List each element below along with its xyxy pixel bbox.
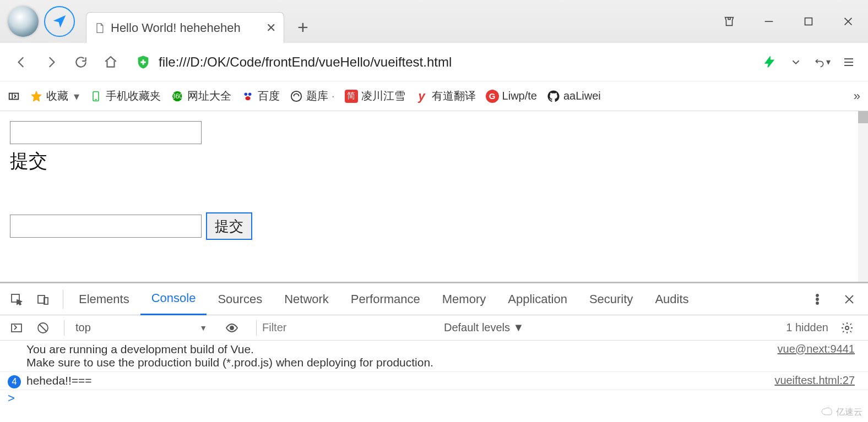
hidden-messages-label[interactable]: 1 hidden [786,321,828,334]
tab-elements[interactable]: Elements [68,283,140,315]
console-message-text: You are running a development build of V… [26,343,778,369]
home-button[interactable] [98,50,123,75]
svg-point-18 [291,91,301,101]
favorites-bookmark[interactable]: 收藏▾ [30,89,79,103]
dropdown-triangle-icon: ▼ [199,324,207,332]
devtools-panel: Elements Console Sources Network Perform… [0,282,868,407]
tab-sources[interactable]: Sources [207,283,273,315]
close-tab-icon[interactable]: ✕ [266,21,276,35]
console-prompt[interactable]: > [0,390,868,407]
menu-icon[interactable] [840,54,857,70]
liwp-bookmark[interactable]: GLiwp/te [486,90,537,103]
devtools-close-icon[interactable] [838,288,860,310]
youdao-bookmark[interactable]: y有道翻译 [415,89,476,103]
svg-point-24 [816,302,818,304]
bookmark-label: 手机收藏夹 [106,89,161,103]
device-toggle-icon[interactable] [32,288,54,310]
execution-context-selector[interactable]: top ▼ [70,321,213,334]
console-settings-icon[interactable] [836,317,858,339]
tiku-bookmark[interactable]: 题库· [290,89,335,103]
bookmark-overflow-icon[interactable]: » [854,89,860,103]
svg-point-31 [845,326,849,330]
page-viewport: 提交 提交 [0,111,868,282]
tab-application[interactable]: Application [497,283,578,315]
wangzhi-bookmark[interactable]: 360网址大全 [171,89,231,103]
svg-point-23 [816,298,818,300]
clear-console-icon[interactable] [32,317,54,339]
svg-line-29 [40,325,46,331]
svg-rect-1 [805,18,812,25]
svg-point-30 [230,326,234,330]
text-input-2[interactable] [10,215,202,238]
lingchuan-bookmark[interactable]: 简凌川江雪 [345,89,405,103]
forward-button[interactable] [39,50,64,75]
console-filter-input[interactable] [262,321,438,334]
svg-point-16 [248,92,252,96]
sidebar-toggle-icon[interactable] [8,90,20,102]
console-message[interactable]: You are running a development build of V… [0,341,868,372]
mobile-bookmark[interactable]: 手机收藏夹 [89,89,161,103]
submit-label: 提交 [10,149,858,174]
console-output: You are running a development build of V… [0,341,868,407]
bookmark-label: aaLiwei [563,90,601,102]
inspect-element-icon[interactable] [6,288,28,310]
address-bar: file:///D:/OK/Code/frontEnd/vueHello/vue… [0,43,868,81]
console-message-source[interactable]: vueiftest.html:27 [774,374,855,387]
console-sidebar-toggle-icon[interactable] [6,317,28,339]
security-shield-icon [135,54,151,70]
url-text: file:///D:/OK/Code/frontEnd/vueHello/vue… [159,54,751,70]
profile-avatar[interactable] [8,6,39,37]
tab-memory[interactable]: Memory [431,283,497,315]
tab-audits[interactable]: Audits [644,283,699,315]
url-field[interactable]: file:///D:/OK/Code/frontEnd/vueHello/vue… [135,49,751,75]
window-controls [709,0,868,43]
file-icon [94,23,105,34]
context-label: top [75,321,91,334]
separator [63,290,63,309]
log-levels-selector[interactable]: Default levels ▼ [444,321,524,334]
devtools-menu-icon[interactable] [806,288,828,310]
aaliwei-bookmark[interactable]: aaLiwei [547,90,601,103]
reload-button[interactable] [68,50,94,75]
scrollbar-thumb[interactable] [858,111,868,123]
maximize-button[interactable] [789,8,828,35]
new-tab-button[interactable]: + [287,12,318,42]
wardrobe-icon[interactable] [709,8,749,35]
console-message[interactable]: heheda!!=== vueiftest.html:27 [0,372,868,390]
text-input-1[interactable] [10,121,202,144]
tab-security[interactable]: Security [578,283,644,315]
svg-point-15 [245,92,248,96]
minimize-button[interactable] [749,8,789,35]
flash-icon[interactable] [761,54,778,70]
tab-console[interactable]: Console [140,283,207,315]
baidu-bookmark[interactable]: 百度 [241,89,280,103]
close-window-button[interactable] [828,8,868,35]
address-right-controls: ▾ [761,54,861,70]
tab-performance[interactable]: Performance [340,283,431,315]
bookmark-label: 凌川江雪 [361,89,405,103]
bookmark-label: 题库 [306,89,328,103]
bookmark-label: 百度 [258,89,280,103]
console-toolbar: top ▼ Default levels ▼ 1 hidden [0,315,868,341]
bookmark-label: 网址大全 [187,89,231,103]
chevron-down-icon[interactable] [788,54,804,70]
separator [64,320,64,336]
console-message-text: heheda!!=== [26,374,774,387]
bookmarks-bar: 收藏▾ 手机收藏夹 360网址大全 百度 题库· 简凌川江雪 y有道翻译 GLi… [0,81,868,111]
undo-icon[interactable]: ▾ [814,54,831,70]
watermark: 亿速云 [821,405,862,419]
live-expression-icon[interactable] [221,317,243,339]
browser-logo-icon[interactable] [44,6,75,37]
console-message-source[interactable]: vue@next:9441 [778,343,855,369]
bookmark-label: 收藏 [46,89,68,103]
svg-text:360: 360 [172,92,183,100]
browser-tabstrip: Hello World! heheheheh ✕ + [0,0,868,43]
bookmark-label: Liwp/te [502,90,537,102]
back-button[interactable] [9,50,34,75]
scrollbar-track[interactable] [858,111,868,282]
devtools-tabstrip: Elements Console Sources Network Perform… [0,283,868,315]
submit-button[interactable]: 提交 [206,212,252,240]
tab-network[interactable]: Network [273,283,340,315]
svg-point-17 [245,96,250,100]
browser-tab[interactable]: Hello World! heheheheh ✕ [86,12,284,43]
